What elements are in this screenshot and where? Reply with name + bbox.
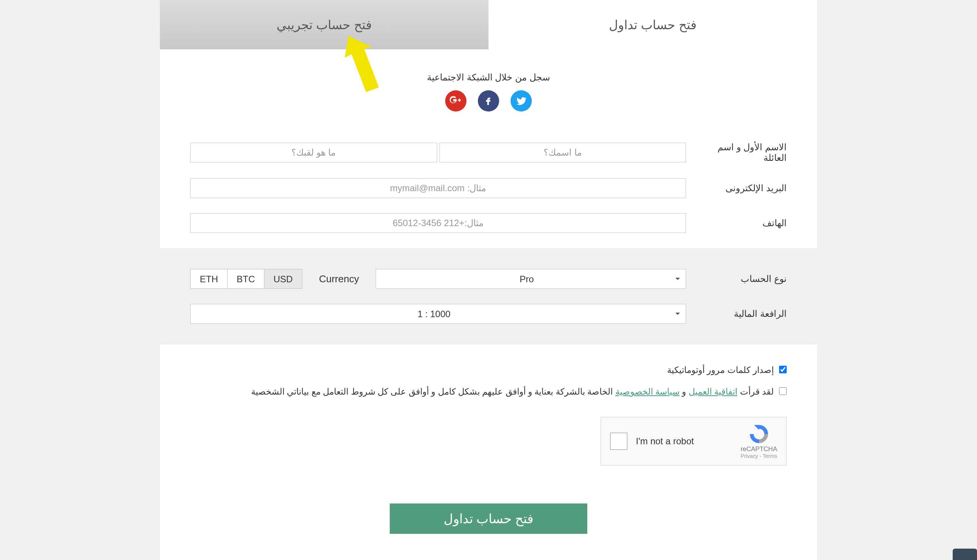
last-name-input[interactable] (190, 143, 437, 162)
recaptcha-logo-icon (748, 423, 770, 445)
social-register-heading: سجل من خلال الشبكة الاجتماعية (190, 72, 787, 83)
phone-label: الهاتف (698, 218, 787, 228)
tab-demo-account[interactable]: فتح حساب تجريبي (160, 0, 488, 49)
recaptcha-checkbox[interactable] (610, 433, 627, 450)
google-plus-icon[interactable] (445, 90, 467, 112)
bottom-tab-widget[interactable] (953, 548, 977, 560)
recaptcha-privacy-link[interactable]: Privacy (741, 453, 758, 459)
currency-option-btc[interactable]: BTC (227, 269, 264, 289)
email-label: البريد الإلكترونى (698, 183, 787, 193)
currency-option-eth[interactable]: ETH (190, 269, 228, 289)
auto-password-label: إصدار كلمات مرور أوتوماتيكية (667, 363, 774, 377)
facebook-icon[interactable] (478, 90, 499, 112)
recaptcha-widget: I'm not a robot reCAPTCHA (601, 417, 787, 465)
name-label: الاسم الأول و اسم العائلة (698, 142, 787, 163)
leverage-label: الرافعة المالية (698, 308, 787, 319)
currency-button-group: ETH BTC USD (190, 269, 302, 289)
open-trading-account-button[interactable]: فتح حساب تداول (390, 503, 587, 534)
account-type-label: نوع الحساب (698, 273, 787, 284)
twitter-icon[interactable] (510, 90, 532, 112)
svg-marker-1 (754, 425, 759, 430)
recaptcha-terms-link[interactable]: Terms (763, 453, 777, 459)
auto-password-checkbox[interactable] (779, 366, 787, 373)
currency-label: Currency (319, 273, 359, 285)
recaptcha-label: I'm not a robot (636, 436, 733, 447)
leverage-select[interactable]: 1 : 1000 (190, 304, 686, 323)
agreement-checkbox[interactable] (779, 387, 787, 395)
tab-trading-account[interactable]: فتح حساب تداول (488, 0, 817, 49)
currency-option-usd[interactable]: USD (264, 269, 302, 289)
first-name-input[interactable] (440, 143, 686, 162)
phone-input[interactable] (190, 213, 686, 233)
client-agreement-link[interactable]: اتفاقية العميل (689, 387, 737, 397)
agreement-label: لقد قرأت اتفاقية العميل و سياسة الخصوصية… (251, 385, 774, 398)
privacy-policy-link[interactable]: سياسة الخصوصية (616, 387, 679, 397)
email-input[interactable] (190, 178, 686, 198)
account-type-select[interactable]: Pro (376, 269, 686, 289)
